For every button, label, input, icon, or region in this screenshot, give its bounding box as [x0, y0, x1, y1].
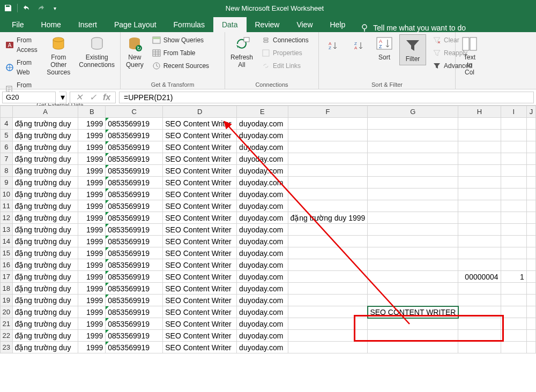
- save-icon[interactable]: [3, 3, 13, 13]
- cell[interactable]: đặng trường duy: [12, 212, 78, 224]
- existing-connections-button[interactable]: Existing Connections: [77, 34, 117, 70]
- cell[interactable]: [458, 130, 501, 141]
- cell[interactable]: SEO Content Writer: [163, 259, 237, 271]
- cell[interactable]: 1999: [78, 189, 106, 200]
- cell[interactable]: 1999: [78, 306, 106, 318]
- row-header[interactable]: 22: [1, 330, 13, 342]
- cell[interactable]: duyoday.com: [237, 130, 288, 141]
- cell[interactable]: duyoday.com: [237, 271, 288, 283]
- cell[interactable]: [368, 118, 458, 130]
- col-header-J[interactable]: J: [526, 106, 535, 118]
- cell[interactable]: 1999: [78, 224, 106, 236]
- cell[interactable]: duyoday.com: [237, 177, 288, 189]
- row-header[interactable]: 19: [1, 295, 13, 306]
- cell[interactable]: [501, 177, 526, 189]
- row-header[interactable]: 15: [1, 247, 13, 259]
- cell[interactable]: SEO Content Writer: [163, 212, 237, 224]
- new-query-button[interactable]: ↻ New Query: [124, 34, 146, 70]
- cell[interactable]: [368, 247, 458, 259]
- cell[interactable]: [288, 118, 368, 130]
- cell[interactable]: đặng trường duy: [12, 318, 78, 330]
- cell[interactable]: đặng trường duy: [12, 271, 78, 283]
- cell[interactable]: 0853569919: [106, 212, 163, 224]
- cell[interactable]: SEO Content Writer: [163, 118, 237, 130]
- cell[interactable]: đặng trường duy: [12, 283, 78, 295]
- cell[interactable]: SEO Content Writer: [163, 306, 237, 318]
- undo-icon[interactable]: [22, 3, 32, 13]
- cell[interactable]: [458, 330, 501, 342]
- col-header-B[interactable]: B: [78, 106, 106, 118]
- cell[interactable]: 1999: [78, 165, 106, 177]
- cell[interactable]: SEO Content Writer: [163, 200, 237, 212]
- cell[interactable]: [288, 259, 368, 271]
- cell[interactable]: [458, 247, 501, 259]
- cell[interactable]: 0853569919: [106, 283, 163, 295]
- cell[interactable]: SEO Content Writer: [163, 165, 237, 177]
- cell[interactable]: 0853569919: [106, 295, 163, 306]
- cell[interactable]: duyoday.com: [237, 165, 288, 177]
- cell[interactable]: 1999: [78, 330, 106, 342]
- cell[interactable]: [526, 259, 535, 271]
- cell[interactable]: 1: [501, 271, 526, 283]
- cell[interactable]: [458, 177, 501, 189]
- cell[interactable]: 0853569919: [106, 189, 163, 200]
- cell[interactable]: [368, 330, 458, 342]
- row-header[interactable]: 17: [1, 271, 13, 283]
- cell[interactable]: [288, 271, 368, 283]
- cell[interactable]: [368, 200, 458, 212]
- select-all-corner[interactable]: [1, 106, 13, 118]
- cell[interactable]: 0853569919: [106, 236, 163, 247]
- cell[interactable]: [501, 259, 526, 271]
- cell[interactable]: [526, 283, 535, 295]
- cell[interactable]: [501, 153, 526, 165]
- cell[interactable]: SEO Content Writer: [163, 342, 237, 353]
- recent-sources-button[interactable]: Recent Sources: [150, 60, 211, 72]
- cell[interactable]: SEO Content Writer: [163, 177, 237, 189]
- cell[interactable]: 0853569919: [106, 141, 163, 153]
- cell[interactable]: [458, 165, 501, 177]
- cell[interactable]: duyoday.com: [237, 330, 288, 342]
- row-header[interactable]: 12: [1, 212, 13, 224]
- row-header[interactable]: 18: [1, 283, 13, 295]
- cell[interactable]: [458, 141, 501, 153]
- tab-formulas[interactable]: Formulas: [165, 17, 213, 32]
- cell[interactable]: duyoday.com: [237, 342, 288, 353]
- cell[interactable]: [458, 342, 501, 353]
- tab-review[interactable]: Review: [247, 17, 288, 32]
- refresh-all-button[interactable]: Refresh All: [228, 34, 255, 70]
- cell[interactable]: [526, 153, 535, 165]
- cell[interactable]: 1999: [78, 141, 106, 153]
- cell[interactable]: 0853569919: [106, 342, 163, 353]
- cell[interactable]: [368, 153, 458, 165]
- cell[interactable]: [288, 141, 368, 153]
- cell[interactable]: [288, 295, 368, 306]
- cell[interactable]: duyoday.com: [237, 283, 288, 295]
- cell[interactable]: đặng trường duy 1999: [288, 212, 368, 224]
- sort-za-button[interactable]: ZA: [348, 34, 369, 56]
- cell[interactable]: [368, 177, 458, 189]
- cell[interactable]: đặng trường duy: [12, 342, 78, 353]
- cell[interactable]: duyoday.com: [237, 200, 288, 212]
- cell[interactable]: [288, 200, 368, 212]
- cell[interactable]: 0853569919: [106, 247, 163, 259]
- row-header[interactable]: 7: [1, 153, 13, 165]
- cell[interactable]: [501, 295, 526, 306]
- cell[interactable]: [368, 259, 458, 271]
- cell[interactable]: SEO Content Writer: [163, 236, 237, 247]
- cell[interactable]: [526, 247, 535, 259]
- cell[interactable]: 1999: [78, 236, 106, 247]
- col-header-G[interactable]: G: [368, 106, 458, 118]
- tab-insert[interactable]: Insert: [70, 17, 106, 32]
- cell[interactable]: [501, 306, 526, 318]
- cell[interactable]: [458, 224, 501, 236]
- cell[interactable]: [526, 342, 535, 353]
- cell[interactable]: 00000004: [458, 271, 501, 283]
- cell[interactable]: SEO CONTENT WRITER: [368, 306, 458, 318]
- cell[interactable]: duyoday.com: [237, 306, 288, 318]
- cell[interactable]: [501, 118, 526, 130]
- col-header-A[interactable]: A: [12, 106, 78, 118]
- row-header[interactable]: 8: [1, 165, 13, 177]
- row-header[interactable]: 10: [1, 189, 13, 200]
- cell[interactable]: đặng trường duy: [12, 236, 78, 247]
- cell[interactable]: SEO Content Writer: [163, 153, 237, 165]
